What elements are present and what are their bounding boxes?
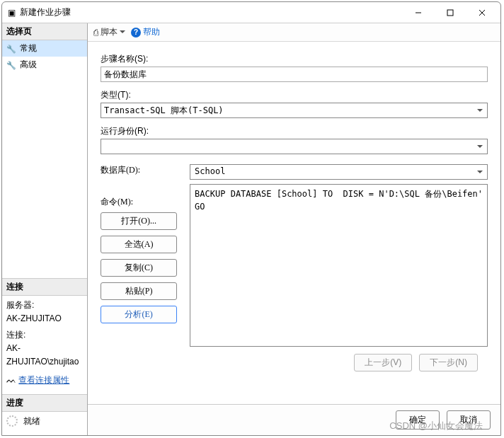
dialog-window: ▣ 新建作业步骤 选择页 常规 高级 连接 服务器: bbox=[1, 1, 501, 436]
view-connection-properties[interactable]: 查看连接属性 bbox=[6, 374, 83, 387]
next-step-button[interactable]: 下一步(N) bbox=[419, 354, 478, 371]
body: 选择页 常规 高级 连接 服务器: AK-ZHUJITAO 连接: AK-ZHU… bbox=[2, 23, 500, 435]
right-column: School BACKUP DATABASE [School] TO DISK … bbox=[190, 164, 488, 347]
help-icon: ? bbox=[131, 28, 141, 38]
script-icon: ⎙ bbox=[93, 28, 98, 38]
run-as-select[interactable] bbox=[101, 139, 488, 154]
minimize-button[interactable] bbox=[402, 3, 434, 23]
select-all-button[interactable]: 全选(A) bbox=[101, 236, 177, 253]
type-label: 类型(T): bbox=[101, 89, 488, 101]
server-value: AK-ZHUJITAO bbox=[6, 312, 83, 325]
help-label: 帮助 bbox=[143, 26, 160, 38]
connection-info: 服务器: AK-ZHUJITAO 连接: AK-ZHUJITAO\zhujita… bbox=[2, 296, 87, 394]
sidebar-select-header: 选择页 bbox=[2, 23, 87, 40]
maximize-button[interactable] bbox=[434, 3, 466, 23]
server-label: 服务器: bbox=[6, 299, 83, 312]
title-bar: ▣ 新建作业步骤 bbox=[2, 2, 500, 23]
sidebar-item-label: 常规 bbox=[20, 42, 37, 54]
toolbar: ⎙ 脚本 ? 帮助 bbox=[88, 23, 500, 42]
step-nav: 上一步(V) 下一步(N) bbox=[101, 347, 488, 373]
view-connection-link[interactable]: 查看连接属性 bbox=[18, 375, 69, 385]
connection-icon bbox=[6, 375, 16, 385]
sidebar: 选择页 常规 高级 连接 服务器: AK-ZHUJITAO 连接: AK-ZHU… bbox=[2, 23, 88, 435]
window-title-wrap: ▣ 新建作业步骤 bbox=[8, 6, 402, 18]
step-name-input[interactable]: 备份数据库 bbox=[101, 67, 488, 82]
type-select[interactable]: Transact-SQL 脚本(T-SQL) bbox=[101, 103, 488, 118]
command-textarea[interactable]: BACKUP DATABASE [School] TO DISK = N'D:\… bbox=[190, 184, 488, 347]
form-area: 步骤名称(S): 备份数据库 类型(T): Transact-SQL 脚本(T-… bbox=[88, 42, 500, 404]
sidebar-item-advanced[interactable]: 高级 bbox=[2, 57, 87, 73]
progress-status: 就绪 bbox=[23, 415, 40, 428]
sidebar-item-label: 高级 bbox=[20, 59, 37, 71]
spinner-icon bbox=[6, 415, 18, 427]
database-label: 数据库(D): bbox=[101, 164, 177, 176]
command-buttons: 打开(O)... 全选(A) 复制(C) 粘贴(P) 分析(E) bbox=[101, 212, 177, 323]
open-button[interactable]: 打开(O)... bbox=[101, 212, 177, 230]
copy-button[interactable]: 复制(C) bbox=[101, 259, 177, 277]
script-dropdown[interactable]: ⎙ 脚本 bbox=[93, 26, 125, 38]
sidebar-item-general[interactable]: 常规 bbox=[2, 40, 87, 57]
wrench-icon bbox=[6, 60, 16, 70]
close-button[interactable] bbox=[466, 3, 498, 23]
left-column: 数据库(D): 命令(M): 打开(O)... 全选(A) 复制(C) 粘贴(P… bbox=[101, 164, 177, 347]
step-name-label: 步骤名称(S): bbox=[101, 53, 488, 65]
paste-button[interactable]: 粘贴(P) bbox=[101, 282, 177, 300]
parse-button[interactable]: 分析(E) bbox=[101, 306, 177, 323]
chevron-down-icon bbox=[120, 30, 125, 36]
connection-value: AK-ZHUJITAO\zhujitao bbox=[6, 342, 83, 369]
prev-step-button[interactable]: 上一步(V) bbox=[354, 354, 412, 371]
main-panel: ⎙ 脚本 ? 帮助 步骤名称(S): 备份数据库 类型(T): Transact… bbox=[88, 23, 500, 435]
wrench-icon bbox=[6, 44, 16, 54]
database-select[interactable]: School bbox=[190, 164, 488, 180]
svg-rect-1 bbox=[447, 10, 453, 16]
progress-body: 就绪 bbox=[2, 412, 87, 435]
script-label: 脚本 bbox=[101, 26, 118, 38]
connection-label: 连接: bbox=[6, 328, 83, 342]
cancel-button[interactable]: 取消 bbox=[447, 410, 491, 430]
ok-button[interactable]: 确定 bbox=[396, 410, 440, 430]
command-label: 命令(M): bbox=[101, 196, 177, 208]
help-button[interactable]: ? 帮助 bbox=[131, 26, 160, 38]
dialog-buttons: 确定 取消 bbox=[88, 404, 500, 435]
app-icon: ▣ bbox=[8, 8, 16, 18]
sidebar-progress-header: 进度 bbox=[2, 394, 87, 412]
run-as-label: 运行身份(R): bbox=[101, 125, 488, 137]
window-title: 新建作业步骤 bbox=[20, 6, 71, 18]
sidebar-connection-header: 连接 bbox=[2, 278, 87, 296]
